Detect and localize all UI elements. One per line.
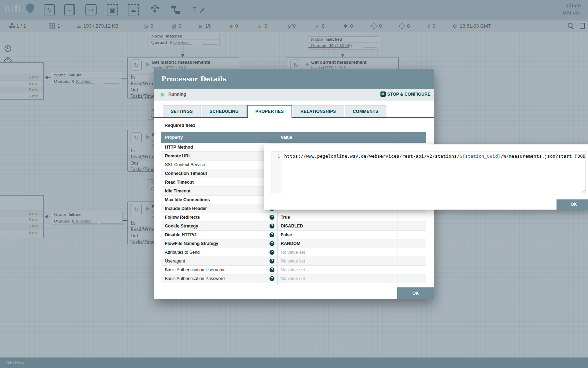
popup-ok-button[interactable]: OK (556, 199, 588, 210)
property-value[interactable]: RANDOM (278, 239, 398, 248)
running-indicator-icon (161, 93, 167, 97)
table-row: FlowFile Naming Strategy?RANDOM (161, 239, 426, 248)
expression-variable: station_uuid (465, 154, 498, 159)
help-icon[interactable]: ? (270, 267, 274, 272)
help-icon[interactable]: ? (270, 232, 274, 237)
dialog-tabs: SETTINGS SCHEDULING PROPERTIES RELATIONS… (154, 105, 434, 118)
help-icon[interactable]: ? (270, 250, 274, 255)
value-code-editor[interactable]: 1 https://www.pegelonline.wsv.de/webserv… (272, 151, 586, 194)
property-value[interactable]: No value set (278, 274, 398, 283)
properties-table-header: Property Value (161, 132, 426, 143)
tab-relationships[interactable]: RELATIONSHIPS (293, 105, 344, 117)
help-icon[interactable]: ? (270, 224, 274, 229)
property-value[interactable]: No value set (278, 257, 398, 265)
tab-scheduling[interactable]: SCHEDULING (202, 105, 247, 117)
table-row: Disable HTTP/2?False (161, 231, 426, 239)
help-icon[interactable]: ? (270, 215, 274, 220)
table-row: Basic Authentication Username?No value s… (161, 266, 426, 274)
resize-handle-icon[interactable] (581, 190, 585, 193)
dialog-ok-button[interactable]: OK (397, 287, 434, 299)
tab-comments[interactable]: COMMENTS (345, 105, 386, 117)
table-row: ? (161, 283, 426, 285)
table-row: Attributes to Send?No value set (161, 248, 426, 257)
help-icon[interactable]: ? (270, 276, 274, 281)
property-value-editor-popup: 1 https://www.pegelonline.wsv.de/webserv… (264, 144, 588, 210)
property-value[interactable]: False (278, 231, 398, 239)
help-icon[interactable]: ? (270, 285, 274, 285)
table-row: Follow Redirects?True (161, 213, 426, 222)
remote-url-value[interactable]: https://www.pegelonline.wsv.de/webservic… (282, 154, 586, 159)
line-number-gutter: 1 (272, 151, 282, 194)
dialog-status-bar: Running ⚙ STOP & CONFIGURE (154, 89, 434, 101)
help-icon[interactable]: ? (270, 241, 274, 246)
property-value[interactable]: No value set (278, 248, 398, 257)
table-row: Basic Authentication Password?No value s… (161, 274, 426, 283)
property-value[interactable]: No value set (278, 266, 398, 274)
stop-and-configure-button[interactable]: ⚙ STOP & CONFIGURE (380, 91, 430, 97)
help-icon[interactable]: ? (270, 259, 274, 264)
tab-properties[interactable]: PROPERTIES (247, 105, 292, 118)
table-row: Cookie Strategy?DISABLED (161, 222, 426, 231)
table-row: Useragent?No value set (161, 257, 426, 266)
dialog-title: Processor Details (154, 69, 434, 89)
stop-configure-icon: ⚙ (380, 91, 386, 97)
required-field-label: Required field (164, 123, 195, 128)
run-status-label: Running (168, 92, 186, 97)
property-value[interactable]: DISABLED (278, 222, 398, 230)
property-value[interactable]: True (278, 213, 398, 222)
tab-settings[interactable]: SETTINGS (163, 105, 201, 117)
